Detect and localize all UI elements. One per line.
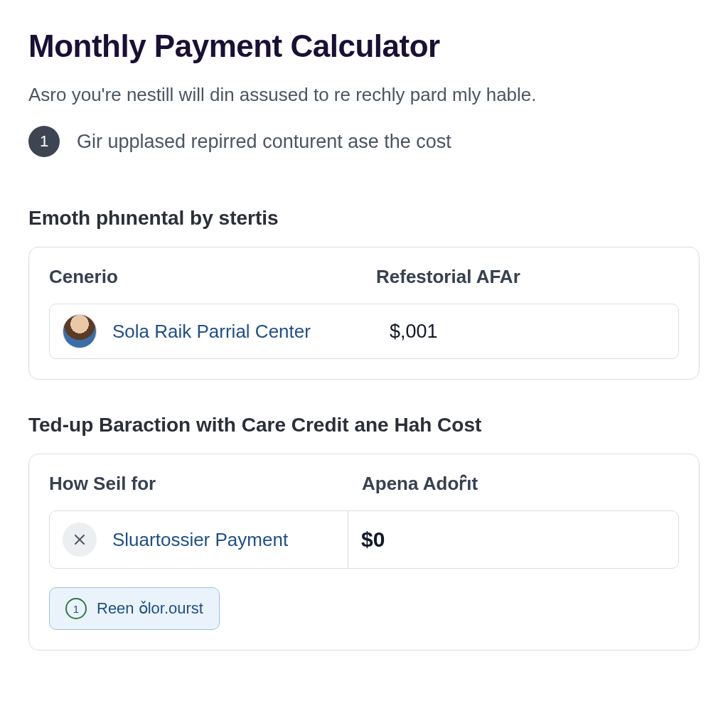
scenario-panel: Cenerio Refestorial AFAr Sola Raik Parri… [28, 247, 700, 380]
cost-col-2-header: Apena Adoȓıt [362, 473, 679, 495]
scenario-col-1-header: Cenerio [49, 266, 376, 288]
cost-panel: How Seil for Apena Adoȓıt Sluartossier P… [28, 454, 700, 651]
scenario-row-label[interactable]: Sola Raik Parrial Center [112, 321, 311, 343]
cost-headers: How Seil for Apena Adoȓıt [49, 473, 679, 495]
x-glyph [73, 533, 86, 546]
scenario-col-2-header: Refestorial AFAr [376, 266, 679, 288]
info-icon: 1 [65, 598, 87, 619]
result-button-label: Reen ǒlor.ourst [97, 599, 203, 618]
cost-row-value: $0 [361, 528, 385, 552]
step-number-badge: 1 [28, 126, 60, 157]
scenario-row[interactable]: Sola Raik Parrial Center $,001 [49, 304, 679, 359]
section-2-heading: Ted-up Baraction with Care Credit ane Ha… [28, 414, 700, 437]
cost-row: Sluartossier Payment $0 [49, 510, 679, 569]
scenario-headers: Cenerio Refestorial AFAr [49, 266, 679, 288]
step-row: 1 Gir upplased repirred conturent ase th… [28, 126, 700, 157]
cost-col-1-header: How Seil for [49, 473, 362, 495]
cost-row-label[interactable]: Sluartossier Payment [112, 529, 288, 551]
avatar [63, 314, 97, 348]
result-button[interactable]: 1 Reen ǒlor.ourst [49, 587, 220, 630]
close-icon[interactable] [63, 523, 97, 557]
page-subtitle: Asro you're nestill will din assused to … [28, 84, 700, 106]
section-1-heading: Emoth phınental by stertis [28, 207, 700, 230]
step-description: Gir upplased repirred conturent ase the … [77, 131, 451, 153]
page-title: Monthly Payment Calculator [28, 28, 700, 64]
scenario-row-value: $,001 [390, 321, 438, 342]
